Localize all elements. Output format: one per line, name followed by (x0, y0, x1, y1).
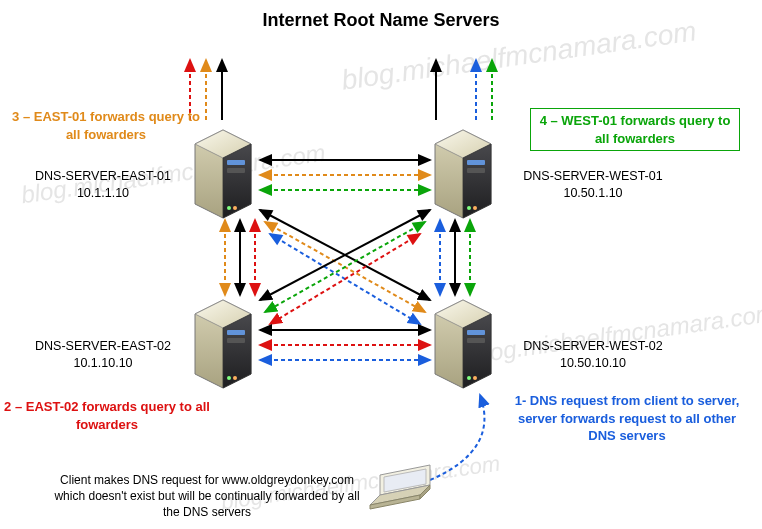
server-icon (195, 300, 251, 388)
label-west01: DNS-SERVER-WEST-01 10.50.1.10 (508, 168, 678, 202)
step-3: 3 – EAST-01 forwards query to all foward… (6, 108, 206, 143)
server-name: DNS-SERVER-EAST-01 (35, 169, 171, 183)
client-request-arrow (430, 395, 484, 480)
cross-links (260, 210, 430, 324)
server-name: DNS-SERVER-EAST-02 (35, 339, 171, 353)
step-2: 2 – EAST-02 forwards query to all foward… (2, 398, 212, 433)
label-west02: DNS-SERVER-WEST-02 10.50.10.10 (508, 338, 678, 372)
server-ip: 10.1.1.10 (77, 186, 129, 200)
east01-west01-links (260, 160, 430, 190)
server-ip: 10.50.1.10 (563, 186, 622, 200)
server-ip: 10.1.10.10 (73, 356, 132, 370)
step-1: 1- DNS request from client to server, se… (512, 392, 742, 445)
server-icon (195, 130, 251, 218)
server-name: DNS-SERVER-WEST-01 (523, 169, 662, 183)
server-icon (435, 300, 491, 388)
west01-west02-links (440, 220, 470, 295)
east01-east02-links (225, 220, 255, 295)
server-name: DNS-SERVER-WEST-02 (523, 339, 662, 353)
upward-arrows (190, 60, 492, 120)
client-caption: Client makes DNS request for www.oldgrey… (52, 472, 362, 521)
label-east02: DNS-SERVER-EAST-02 10.1.10.10 (18, 338, 188, 372)
east02-west02-links (260, 330, 430, 360)
diagram-canvas (0, 0, 762, 529)
server-icon (435, 130, 491, 218)
server-ip: 10.50.10.10 (560, 356, 626, 370)
label-east01: DNS-SERVER-EAST-01 10.1.1.10 (18, 168, 188, 202)
laptop-icon (370, 465, 430, 509)
step-4: 4 – WEST-01 forwards query to all foward… (530, 108, 740, 151)
